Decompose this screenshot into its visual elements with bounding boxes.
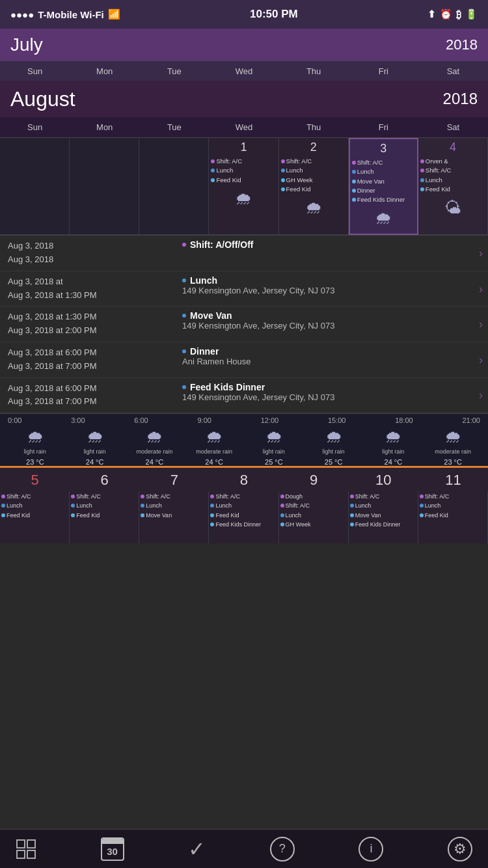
bottom-cell-10[interactable]: Shift: A/C Lunch Move Van Feed Kids Dinn… xyxy=(349,491,418,543)
event-dot xyxy=(71,504,75,508)
weather-row: 🌧 xyxy=(211,185,276,211)
weather-time-4: 12:00 xyxy=(261,416,279,424)
cal-event: Feed Kids Dinner xyxy=(352,195,415,204)
bottom-cell-6[interactable]: Shift: A/C Lunch Feed Kid xyxy=(70,491,139,543)
cal-date-4: 4 xyxy=(420,141,485,154)
list-item: GH Week xyxy=(280,520,347,529)
weather-temp-5: 25 °C xyxy=(325,458,343,466)
cal-event: Shift: A/C xyxy=(420,166,485,175)
event-time: Aug 3, 2018 at 6:00 PM Aug 3, 2018 at 7:… xyxy=(8,346,177,373)
list-item: Feed Kids Dinner xyxy=(350,520,416,529)
cal-event: GH Week xyxy=(281,176,346,185)
aug-day-sat: Sat xyxy=(418,117,488,137)
grid-view-button[interactable] xyxy=(16,839,36,860)
bottom-date-8[interactable]: 8 xyxy=(209,472,278,489)
rain-icon-6: 🌧 xyxy=(385,427,401,447)
event-dot xyxy=(420,513,424,517)
cal-cell-1[interactable]: 1 Shift: A/C Lunch Feed Kid 🌧 xyxy=(209,138,278,235)
bottom-date-5[interactable]: 5 xyxy=(0,472,70,489)
bottom-date-10[interactable]: 10 xyxy=(349,472,418,489)
wifi-icon: 📶 xyxy=(108,8,120,20)
cal-cell-empty-1[interactable] xyxy=(0,138,70,235)
alarm-icon: ⏰ xyxy=(440,8,452,20)
weather-desc-7: moderate rain xyxy=(435,448,471,456)
cal-cell-empty-3[interactable] xyxy=(139,138,209,235)
calendar-30-button[interactable]: 30 xyxy=(101,837,124,861)
aug-day-sun: Sun xyxy=(0,117,70,137)
cal-cell-empty-2[interactable] xyxy=(70,138,139,235)
event-item-feedkids[interactable]: Aug 3, 2018 at 6:00 PM Aug 3, 2018 at 7:… xyxy=(0,378,488,414)
event-time: Aug 3, 2018 Aug 3, 2018 xyxy=(8,239,177,267)
event-dot xyxy=(352,170,356,174)
day-sat: Sat xyxy=(418,61,488,81)
weather-desc-6: light rain xyxy=(382,448,404,456)
event-dot xyxy=(182,278,186,282)
august-header[interactable]: August 2018 xyxy=(0,81,488,117)
event-end: Aug 3, 2018 xyxy=(8,253,177,267)
event-item-shift[interactable]: Aug 3, 2018 Aug 3, 2018 Shift: A/Off/Off… xyxy=(0,236,488,271)
event-time: Aug 3, 2018 at 6:00 PM Aug 3, 2018 at 7:… xyxy=(8,382,177,409)
event-start: Aug 3, 2018 xyxy=(8,239,177,253)
cal-event: Feed Kid xyxy=(281,185,346,194)
bottom-date-9[interactable]: 9 xyxy=(279,472,349,489)
bottom-cell-8[interactable]: Shift: A/C Lunch Feed Kid Feed Kids Dinn… xyxy=(209,491,278,543)
cal-cell-3[interactable]: 3 Shift: A/C Lunch Move Van Dinner Feed … xyxy=(349,138,418,235)
day-thu: Thu xyxy=(279,61,349,81)
event-dot xyxy=(350,522,354,526)
weather-col-5: 🌧 light rain 25 °C xyxy=(304,427,364,466)
cal-cell-2[interactable]: 2 Shift: A/C Lunch GH Week Feed Kid 🌧 xyxy=(279,138,349,235)
weather-time-5: 15:00 xyxy=(328,416,346,424)
event-dot xyxy=(420,159,424,163)
chevron-right-icon: › xyxy=(479,388,483,402)
bottom-date-6[interactable]: 6 xyxy=(70,472,139,489)
weather-desc-3: moderate rain xyxy=(196,448,232,456)
status-bar: ●●●● T-Mobile Wi-Fi 📶 10:50 PM ⬆ ⏰ ₿ 🔋 xyxy=(0,0,488,29)
event-item-lunch[interactable]: Aug 3, 2018 at Aug 3, 2018 at 1:30 PM Lu… xyxy=(0,271,488,307)
settings-button[interactable]: ⚙ xyxy=(448,837,472,861)
cal-event: Feed Kid xyxy=(211,176,276,185)
event-location: 149 Kensington Ave, Jersey City, NJ 073 xyxy=(182,321,480,331)
status-right: ⬆ ⏰ ₿ 🔋 xyxy=(427,8,478,20)
weather-col-7: 🌧 moderate rain 23 °C xyxy=(423,427,483,466)
weather-desc-0: light rain xyxy=(24,448,46,456)
event-item-dinner[interactable]: Aug 3, 2018 at 6:00 PM Aug 3, 2018 at 7:… xyxy=(0,342,488,378)
checkmark-button[interactable]: ✓ xyxy=(188,837,206,861)
bottom-date-11[interactable]: 11 xyxy=(418,472,488,489)
weather-time-7: 21:00 xyxy=(462,416,480,424)
cal-event: Shift: A/C xyxy=(281,157,346,166)
august-day-headers: Sun Mon Tue Wed Thu Fri Sat xyxy=(0,117,488,138)
bottom-date-7[interactable]: 7 xyxy=(139,472,209,489)
chevron-right-icon: › xyxy=(479,318,483,331)
bottom-week: 5 6 7 8 9 10 11 Shift: A/C Lunch Feed Ki… xyxy=(0,468,488,543)
aug-day-thu: Thu xyxy=(279,117,349,137)
battery-icon: 🔋 xyxy=(465,8,478,20)
info-button[interactable]: i xyxy=(359,837,383,861)
event-dot xyxy=(71,495,75,498)
event-dot xyxy=(210,495,214,498)
bottom-cell-9[interactable]: Dough Shift: A/C Lunch GH Week xyxy=(279,491,349,543)
event-dot xyxy=(350,513,354,517)
july-header[interactable]: July 2018 xyxy=(0,29,488,61)
day-tue: Tue xyxy=(139,61,209,81)
event-item-movevan[interactable]: Aug 3, 2018 at 1:30 PM Aug 3, 2018 at 2:… xyxy=(0,306,488,342)
bottom-cell-11[interactable]: Shift: A/C Lunch Feed Kid xyxy=(418,491,488,543)
bottom-cell-7[interactable]: Shift: A/C Lunch Move Van xyxy=(139,491,209,543)
event-dot xyxy=(1,504,5,508)
list-item: Lunch xyxy=(280,511,347,520)
event-dot xyxy=(281,159,285,163)
event-dot xyxy=(1,513,5,517)
cal-event: Lunch xyxy=(281,166,346,175)
day-mon: Mon xyxy=(70,61,139,81)
help-button[interactable]: ? xyxy=(270,837,295,861)
event-end: Aug 3, 2018 at 7:00 PM xyxy=(8,395,177,409)
list-item: Shift: A/C xyxy=(71,492,137,501)
cal-event: Lunch xyxy=(420,176,485,185)
list-item: Lunch xyxy=(71,501,137,510)
event-start: Aug 3, 2018 at 1:30 PM xyxy=(8,310,177,324)
bottom-cell-5[interactable]: Shift: A/C Lunch Feed Kid xyxy=(0,491,70,543)
weather-col-1: 🌧 light rain 24 °C xyxy=(65,427,125,466)
event-dot xyxy=(420,178,424,182)
cal-date-3: 3 xyxy=(352,142,415,156)
cal-cell-4[interactable]: 4 Orven & Shift: A/C Lunch Feed Kid 🌤 xyxy=(418,138,488,235)
event-location: 149 Kensington Ave, Jersey City, NJ 073 xyxy=(182,286,480,295)
